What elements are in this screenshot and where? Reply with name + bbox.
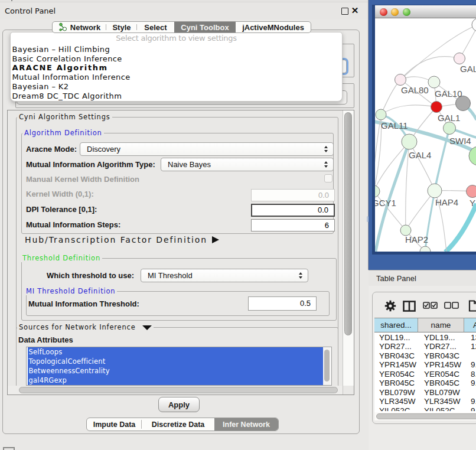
node-label: GAL10 [435,89,462,99]
close-traffic-light[interactable] [380,8,387,16]
split-columns-icon[interactable] [403,301,416,312]
network-node[interactable] [402,134,417,149]
tab-jactivemnodules[interactable]: jActiveMNodules [236,22,311,32]
table-row[interactable]: YIL052CYIL052C9. [374,406,476,411]
document-icon[interactable] [468,300,476,312]
arrow-up-icon [299,272,302,275]
tab-select[interactable]: Select [137,22,174,32]
table-cell: YER054C [424,370,459,379]
dropdown-item[interactable]: Dream8 DC_TDC Algorithm [12,92,122,101]
arrow-down-icon [299,276,302,279]
network-node[interactable] [428,184,442,198]
table-cell: YER054C [379,370,415,379]
data-attributes-label: Data Attributes [18,335,73,344]
list-item[interactable]: BetweennessCentrality [27,366,331,376]
dropdown-item[interactable]: Mutual Information Inference [12,73,131,82]
table-row[interactable]: YLR345WYLR345W9. [374,397,476,406]
table-panel-title: Table Panel [376,270,416,286]
tab-cyni-toolbox[interactable]: Cyni Toolbox [174,22,236,32]
network-node[interactable] [472,18,476,31]
kernel-width-input[interactable]: 0.0 [251,189,335,201]
network-window-titlebar[interactable] [375,5,476,18]
list-scrollbar-thumb[interactable] [324,350,330,381]
which-threshold-combobox[interactable]: MI Threshold [141,269,308,282]
column-header-third[interactable]: A [464,318,476,332]
dropdown-item[interactable]: Basic Correlation Inference [12,54,122,64]
control-panel-title: Control Panel [5,2,56,19]
table-row[interactable]: YER054CYER054C8. [374,369,476,379]
table-row[interactable]: YPR145WYPR145W9. [374,360,476,370]
minimize-traffic-light[interactable] [391,8,399,16]
which-threshold-label: Which threshold to use: [47,271,134,280]
network-canvas[interactable]: GAL80 GAL10 GAL1 GAL11 SWI4 GAL4 GCY1 HA… [375,18,476,252]
tab-impute-data-label: Impute Data [93,420,136,429]
vertical-scrollbar-thumb[interactable] [344,112,352,335]
splitter-handle[interactable] [367,216,369,222]
kernel-width-label: Kernel Width (0,1): [26,190,94,198]
maximize-icon[interactable] [341,8,348,15]
table-scrollbar-thumb[interactable] [376,413,476,419]
tab-discretize-data[interactable]: Discretize Data [142,418,214,431]
horizontal-scrollbar-thumb[interactable] [19,387,338,393]
spinner-arrows-icon [324,146,328,152]
list-item[interactable]: gal4RGexp [27,376,331,385]
dpi-tolerance-input[interactable]: 0.0 [251,204,335,217]
tab-style[interactable]: Style [106,22,137,32]
list-item[interactable]: SelfLoops [27,347,331,357]
mi-steps-input[interactable]: 6 [251,219,335,231]
node-label: GCY1 [375,198,396,208]
mi-threshold-value: 0.5 [300,299,311,308]
zoom-traffic-light[interactable] [403,8,410,16]
mi-steps-label: Mutual Information Steps: [26,220,120,229]
network-node[interactable] [467,185,476,198]
network-node[interactable] [428,76,440,88]
tab-infer-network[interactable]: Infer Network [214,418,278,431]
expand-right-icon[interactable] [212,236,219,243]
network-node[interactable] [444,122,456,135]
collapsed-panel-button[interactable] [3,447,15,450]
aracne-mode-combobox[interactable]: Discovery [80,142,334,156]
tab-network[interactable]: Network [53,22,106,32]
apply-button-label: Apply [168,400,190,409]
gear-icon[interactable] [384,300,396,312]
network-node[interactable] [395,74,406,86]
mi-type-combobox[interactable]: Naive Bayes [161,158,334,171]
table-cell: 12 [471,342,476,351]
control-panel-titlebar: Control Panel [0,2,369,19]
dropdown-item[interactable]: Bayesian – Hill Climbing [12,45,110,54]
algorithm-dropdown-prompt: Select algorithm to view settings [11,34,342,43]
table-cell: 9. [471,360,476,369]
network-node[interactable] [454,53,465,64]
network-node[interactable] [375,185,380,197]
list-scrollbar[interactable] [323,348,331,386]
table-row[interactable]: YBR043CYBR043C [374,351,476,360]
table-cell: YBR043C [379,351,415,360]
checked-boxes-icon[interactable] [423,302,438,309]
table-cell: YPR145W [424,360,461,369]
network-node[interactable] [420,246,431,252]
table-row[interactable]: YBL079WYBL079W [374,387,476,397]
column-header-label: shared... [380,321,412,330]
unchecked-boxes-icon[interactable] [444,302,459,309]
network-node[interactable] [376,109,386,120]
list-item[interactable]: TopologicalCoefficient [27,357,331,366]
table-row[interactable]: YBR045CYBR045C9. [374,379,476,388]
collapse-down-icon[interactable] [142,325,152,330]
column-header-name[interactable]: name [418,318,464,332]
table-row[interactable]: YDL19...YDL19...13 [374,332,476,342]
table-horizontal-scrollbar[interactable] [374,412,476,420]
table-row[interactable]: YDR27...YDR27...12 [374,342,476,351]
dropdown-item[interactable]: Bayesian – K2 [12,82,69,92]
mi-threshold-input[interactable]: 0.5 [248,296,317,311]
close-icon[interactable]: ✕ [350,5,360,17]
column-header-shared[interactable]: shared... [374,318,418,332]
data-attributes-list[interactable]: SelfLoops TopologicalCoefficient Between… [26,347,332,386]
manual-kernel-checkbox[interactable] [324,174,332,182]
apply-button[interactable]: Apply [158,397,200,412]
node-label: GAL [460,64,476,74]
dropdown-item[interactable]: ARACNE Algorithm [12,63,108,73]
mi-type-value: Naive Bayes [168,158,211,171]
network-node-red[interactable] [431,102,442,113]
tab-impute-data[interactable]: Impute Data [87,418,142,431]
table-cell: 8. [471,370,476,379]
